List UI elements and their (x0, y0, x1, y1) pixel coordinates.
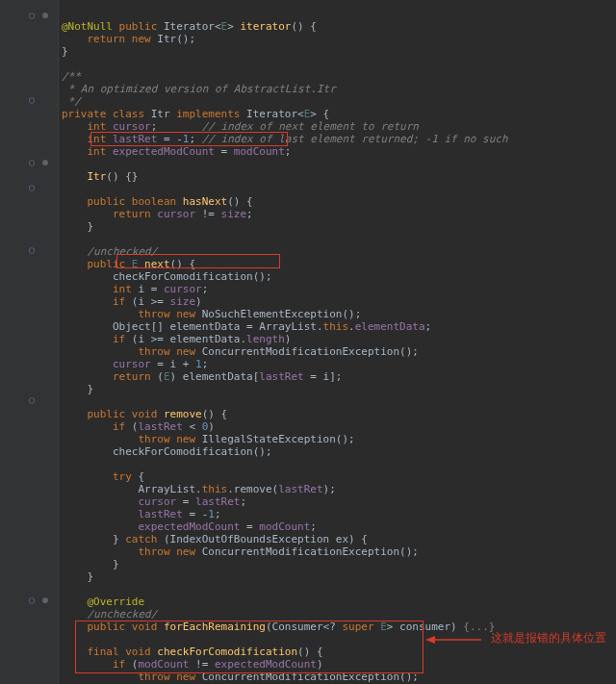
gutter-override-icon[interactable]: ○ (27, 244, 37, 255)
code-line: } (62, 383, 93, 395)
gutter-override-icon[interactable]: ○ (27, 10, 37, 20)
code-line: throw new ConcurrentModificationExceptio… (62, 345, 419, 358)
gutter-override-icon[interactable]: ○ (27, 394, 37, 405)
code-line: Object[] elementData = ArrayList.this.el… (62, 320, 431, 333)
code-line: } (62, 220, 93, 233)
code-line: int expectedModCount = modCount; (62, 145, 291, 158)
code-line: cursor = lastRet; (62, 495, 246, 508)
gutter-override-icon[interactable]: ○ (27, 157, 37, 167)
code-line: private class Itr implements Iterator<E>… (62, 108, 329, 120)
gutter-override-icon[interactable]: ○ (27, 94, 37, 105)
code-line: checkForComodification(); (62, 445, 272, 458)
code-line: } (62, 570, 93, 583)
code-line: /unchecked/ (62, 608, 157, 621)
code-editor-content[interactable]: @NotNull public Iterator<E> iterator() {… (62, 8, 508, 684)
code-line: } catch (IndexOutOfBoundsException ex) { (62, 533, 368, 545)
code-line: lastRet = -1; (62, 508, 221, 520)
code-line: throw new IllegalStateException(); (62, 433, 355, 445)
code-line: @Override (62, 595, 144, 608)
annotation-arrow-icon (425, 630, 483, 649)
code-line: cursor = i + 1; (62, 358, 208, 370)
code-line: final void checkForComodification() { (62, 646, 323, 658)
code-line: throw new NoSuchElementException(); (62, 308, 361, 320)
code-line: expectedModCount = modCount; (62, 520, 317, 533)
gutter-breakpoint-icon[interactable]: ● (40, 10, 50, 20)
code-line: int cursor; // index of next element to … (62, 120, 419, 133)
editor-gutter: ○ ● ○ ● ○ ○ ○ ○ ○ ● (0, 0, 59, 684)
gutter-override-icon[interactable]: ○ (27, 182, 37, 192)
code-line: return new Itr(); (62, 33, 195, 45)
code-line: Itr() {} (62, 170, 138, 183)
annotation-text: 这就是报错的具体位置 (491, 630, 606, 646)
svg-marker-1 (425, 636, 435, 644)
code-line: } (62, 558, 119, 570)
code-line: if (lastRet < 0) (62, 420, 215, 433)
code-line: */ (62, 95, 81, 108)
code-line: ArrayList.this.remove(lastRet); (62, 483, 336, 495)
code-line: return (E) elementData[lastRet = i]; (62, 370, 342, 383)
gutter-breakpoint-icon[interactable]: ● (40, 595, 50, 605)
code-line: * An optimized version of AbstractList.I… (62, 83, 336, 95)
code-line: if (i >= elementData.length) (62, 333, 291, 345)
code-line: checkForComodification(); (62, 270, 272, 283)
code-line: } (62, 45, 68, 58)
code-line: public void remove() { (62, 408, 227, 420)
gutter-override-icon[interactable]: ○ (27, 595, 37, 605)
code-line: return cursor != size; (62, 208, 253, 220)
code-line: int lastRet = -1; // index of last eleme… (62, 133, 508, 145)
code-line: throw new ConcurrentModificationExceptio… (62, 545, 419, 558)
code-line: throw new ConcurrentModificationExceptio… (62, 671, 419, 683)
code-line: /** (62, 70, 81, 83)
code-line: @NotNull public Iterator<E> iterator() { (62, 20, 317, 33)
gutter-breakpoint-icon[interactable]: ● (40, 157, 50, 167)
code-line: public boolean hasNext() { (62, 195, 253, 208)
code-line: try { (62, 470, 144, 483)
code-line: /unchecked/ (62, 245, 157, 258)
code-line: if (modCount != expectedModCount) (62, 658, 323, 671)
code-line: public E next() { (62, 258, 195, 270)
code-line: int i = cursor; (62, 283, 208, 295)
code-line: if (i >= size) (62, 295, 202, 308)
